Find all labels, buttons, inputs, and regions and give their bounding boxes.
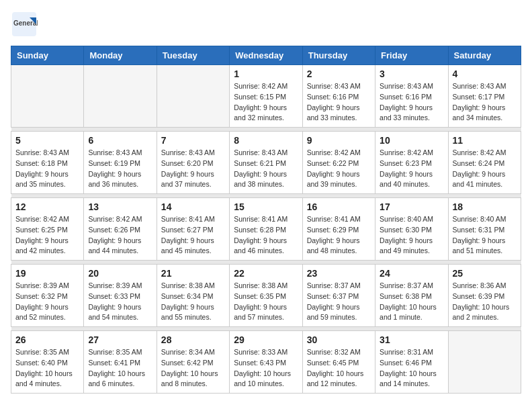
day-number: 4 <box>453 68 517 79</box>
day-info: Sunrise: 8:39 AM Sunset: 6:32 PM Dayligh… <box>15 281 79 323</box>
weekday-header-saturday: Saturday <box>448 46 521 65</box>
calendar-cell: 22 Sunrise: 8:38 AM Sunset: 6:35 PM Dayl… <box>230 265 302 327</box>
logo-icon: General <box>11 11 38 38</box>
day-number: 24 <box>380 268 443 279</box>
day-info: Sunrise: 8:42 AM Sunset: 6:15 PM Dayligh… <box>234 81 298 124</box>
day-info: Sunrise: 8:35 AM Sunset: 6:41 PM Dayligh… <box>88 347 152 390</box>
day-number: 6 <box>88 135 152 146</box>
weekday-header-tuesday: Tuesday <box>157 46 229 65</box>
day-info: Sunrise: 8:36 AM Sunset: 6:39 PM Dayligh… <box>453 281 517 323</box>
calendar-cell: 14 Sunrise: 8:41 AM Sunset: 6:27 PM Dayl… <box>157 198 229 261</box>
calendar-week-1: 1 Sunrise: 8:42 AM Sunset: 6:15 PM Dayli… <box>11 65 521 128</box>
day-number: 30 <box>307 334 371 345</box>
day-info: Sunrise: 8:42 AM Sunset: 6:26 PM Dayligh… <box>88 214 152 257</box>
calendar-cell <box>11 65 84 128</box>
day-number: 21 <box>161 268 225 279</box>
day-number: 19 <box>15 268 79 279</box>
day-number: 15 <box>234 201 298 212</box>
weekday-header-friday: Friday <box>375 46 448 65</box>
calendar-header-row: SundayMondayTuesdayWednesdayThursdayFrid… <box>11 46 521 65</box>
day-info: Sunrise: 8:38 AM Sunset: 6:35 PM Dayligh… <box>234 281 298 323</box>
calendar-cell: 3 Sunrise: 8:43 AM Sunset: 6:16 PM Dayli… <box>375 65 448 128</box>
calendar-cell: 16 Sunrise: 8:41 AM Sunset: 6:29 PM Dayl… <box>302 198 375 261</box>
calendar-week-5: 26 Sunrise: 8:35 AM Sunset: 6:40 PM Dayl… <box>11 331 521 394</box>
day-info: Sunrise: 8:43 AM Sunset: 6:19 PM Dayligh… <box>88 148 152 190</box>
weekday-header-wednesday: Wednesday <box>230 46 302 65</box>
day-info: Sunrise: 8:39 AM Sunset: 6:33 PM Dayligh… <box>88 281 152 323</box>
calendar-cell: 30 Sunrise: 8:32 AM Sunset: 6:45 PM Dayl… <box>302 331 375 394</box>
day-info: Sunrise: 8:43 AM Sunset: 6:18 PM Dayligh… <box>15 148 79 190</box>
page-header: General <box>11 11 521 38</box>
day-number: 28 <box>161 334 225 345</box>
day-info: Sunrise: 8:43 AM Sunset: 6:16 PM Dayligh… <box>307 81 371 124</box>
day-number: 29 <box>234 334 298 345</box>
day-number: 25 <box>453 268 517 279</box>
calendar-cell: 31 Sunrise: 8:31 AM Sunset: 6:46 PM Dayl… <box>375 331 448 394</box>
calendar-cell: 20 Sunrise: 8:39 AM Sunset: 6:33 PM Dayl… <box>84 265 157 327</box>
day-number: 18 <box>453 201 517 212</box>
calendar-cell: 13 Sunrise: 8:42 AM Sunset: 6:26 PM Dayl… <box>84 198 157 261</box>
day-number: 17 <box>380 201 443 212</box>
calendar-cell: 29 Sunrise: 8:33 AM Sunset: 6:43 PM Dayl… <box>230 331 302 394</box>
day-info: Sunrise: 8:35 AM Sunset: 6:40 PM Dayligh… <box>15 347 79 390</box>
day-info: Sunrise: 8:33 AM Sunset: 6:43 PM Dayligh… <box>234 347 298 390</box>
day-number: 1 <box>234 68 298 79</box>
calendar-cell: 23 Sunrise: 8:37 AM Sunset: 6:37 PM Dayl… <box>302 265 375 327</box>
day-info: Sunrise: 8:32 AM Sunset: 6:45 PM Dayligh… <box>307 347 371 390</box>
day-info: Sunrise: 8:40 AM Sunset: 6:31 PM Dayligh… <box>453 214 517 257</box>
day-number: 7 <box>161 135 225 146</box>
day-info: Sunrise: 8:42 AM Sunset: 6:24 PM Dayligh… <box>453 148 517 190</box>
calendar-cell: 4 Sunrise: 8:43 AM Sunset: 6:17 PM Dayli… <box>448 65 521 128</box>
day-number: 26 <box>15 334 79 345</box>
day-info: Sunrise: 8:42 AM Sunset: 6:22 PM Dayligh… <box>307 148 371 190</box>
day-number: 8 <box>234 135 298 146</box>
day-info: Sunrise: 8:41 AM Sunset: 6:28 PM Dayligh… <box>234 214 298 257</box>
day-info: Sunrise: 8:34 AM Sunset: 6:42 PM Dayligh… <box>161 347 225 390</box>
day-info: Sunrise: 8:43 AM Sunset: 6:20 PM Dayligh… <box>161 148 225 190</box>
calendar-cell: 28 Sunrise: 8:34 AM Sunset: 6:42 PM Dayl… <box>157 331 229 394</box>
calendar-cell: 24 Sunrise: 8:37 AM Sunset: 6:38 PM Dayl… <box>375 265 448 327</box>
day-info: Sunrise: 8:37 AM Sunset: 6:38 PM Dayligh… <box>380 281 443 323</box>
day-info: Sunrise: 8:43 AM Sunset: 6:21 PM Dayligh… <box>234 148 298 190</box>
calendar-week-4: 19 Sunrise: 8:39 AM Sunset: 6:32 PM Dayl… <box>11 265 521 327</box>
calendar-cell: 26 Sunrise: 8:35 AM Sunset: 6:40 PM Dayl… <box>11 331 84 394</box>
weekday-header-sunday: Sunday <box>11 46 84 65</box>
weekday-header-thursday: Thursday <box>302 46 375 65</box>
day-number: 3 <box>380 68 443 79</box>
day-number: 14 <box>161 201 225 212</box>
day-info: Sunrise: 8:41 AM Sunset: 6:27 PM Dayligh… <box>161 214 225 257</box>
calendar-cell: 25 Sunrise: 8:36 AM Sunset: 6:39 PM Dayl… <box>448 265 521 327</box>
weekday-header-monday: Monday <box>84 46 157 65</box>
calendar-cell: 17 Sunrise: 8:40 AM Sunset: 6:30 PM Dayl… <box>375 198 448 261</box>
calendar-cell: 19 Sunrise: 8:39 AM Sunset: 6:32 PM Dayl… <box>11 265 84 327</box>
day-number: 16 <box>307 201 371 212</box>
calendar-cell: 11 Sunrise: 8:42 AM Sunset: 6:24 PM Dayl… <box>448 132 521 194</box>
day-number: 5 <box>15 135 79 146</box>
calendar-cell: 2 Sunrise: 8:43 AM Sunset: 6:16 PM Dayli… <box>302 65 375 128</box>
calendar-cell: 15 Sunrise: 8:41 AM Sunset: 6:28 PM Dayl… <box>230 198 302 261</box>
calendar-cell: 1 Sunrise: 8:42 AM Sunset: 6:15 PM Dayli… <box>230 65 302 128</box>
calendar: SundayMondayTuesdayWednesdayThursdayFrid… <box>11 46 521 394</box>
day-info: Sunrise: 8:43 AM Sunset: 6:16 PM Dayligh… <box>380 81 443 124</box>
calendar-cell: 8 Sunrise: 8:43 AM Sunset: 6:21 PM Dayli… <box>230 132 302 194</box>
calendar-cell: 10 Sunrise: 8:42 AM Sunset: 6:23 PM Dayl… <box>375 132 448 194</box>
calendar-cell: 7 Sunrise: 8:43 AM Sunset: 6:20 PM Dayli… <box>157 132 229 194</box>
day-number: 2 <box>307 68 371 79</box>
day-info: Sunrise: 8:42 AM Sunset: 6:23 PM Dayligh… <box>380 148 443 190</box>
calendar-cell: 18 Sunrise: 8:40 AM Sunset: 6:31 PM Dayl… <box>448 198 521 261</box>
calendar-cell: 12 Sunrise: 8:42 AM Sunset: 6:25 PM Dayl… <box>11 198 84 261</box>
calendar-cell <box>448 331 521 394</box>
day-number: 13 <box>88 201 152 212</box>
calendar-week-2: 5 Sunrise: 8:43 AM Sunset: 6:18 PM Dayli… <box>11 132 521 194</box>
day-number: 11 <box>453 135 517 146</box>
calendar-week-3: 12 Sunrise: 8:42 AM Sunset: 6:25 PM Dayl… <box>11 198 521 261</box>
day-number: 27 <box>88 334 152 345</box>
calendar-cell: 9 Sunrise: 8:42 AM Sunset: 6:22 PM Dayli… <box>302 132 375 194</box>
calendar-cell: 6 Sunrise: 8:43 AM Sunset: 6:19 PM Dayli… <box>84 132 157 194</box>
day-info: Sunrise: 8:37 AM Sunset: 6:37 PM Dayligh… <box>307 281 371 323</box>
day-number: 31 <box>380 334 443 345</box>
logo: General <box>11 11 40 38</box>
day-number: 20 <box>88 268 152 279</box>
day-number: 9 <box>307 135 371 146</box>
calendar-cell <box>157 65 229 128</box>
